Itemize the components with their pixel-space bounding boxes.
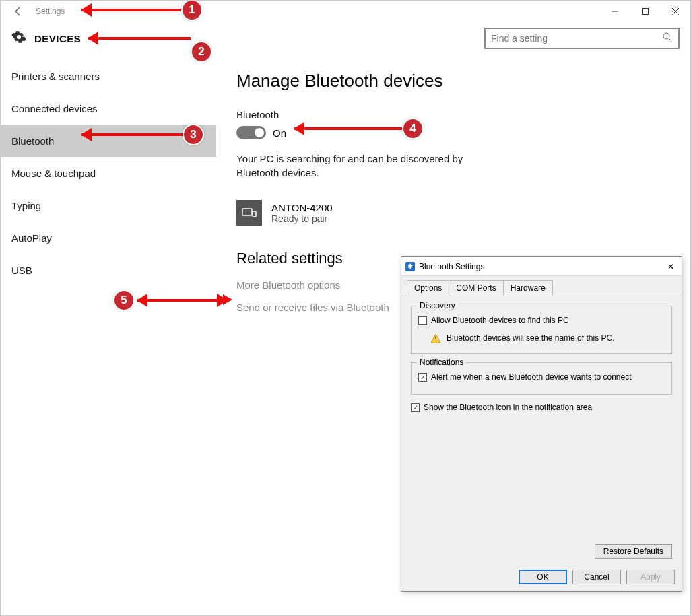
sidebar-item-autoplay[interactable]: AutoPlay (1, 221, 216, 254)
sidebar: Printers & scanners Connected devices Bl… (1, 60, 216, 614)
tab-options[interactable]: Options (407, 280, 449, 296)
sidebar-item-mouse[interactable]: Mouse & touchpad (1, 157, 216, 189)
cancel-button[interactable]: Cancel (572, 570, 621, 584)
status-description: Your PC is searching for and can be disc… (236, 151, 506, 180)
sidebar-item-printers[interactable]: Printers & scanners (1, 60, 216, 92)
checkbox-showicon-label: Show the Bluetooth icon in the notificat… (424, 403, 592, 412)
notifications-group: Notifications ✓ Alert me when a new Blue… (411, 362, 672, 395)
dialog-tabs: Options COM Ports Hardware (401, 276, 682, 296)
callout-4: 4 (402, 118, 424, 139)
checkbox-alert[interactable]: ✓ (418, 373, 427, 382)
checkbox-discovery-label: Allow Bluetooth devices to find this PC (431, 316, 569, 325)
bluetooth-toggle[interactable] (236, 126, 266, 139)
callout-1: 1 (181, 0, 203, 21)
warning-icon: ! (430, 333, 441, 344)
callout-3: 3 (183, 124, 204, 145)
svg-text:!: ! (435, 335, 437, 343)
checkbox-alert-label: Alert me when a new Bluetooth device wan… (431, 372, 632, 382)
dialog-close-button[interactable]: ✕ (664, 262, 678, 271)
annotation-arrow (81, 133, 183, 136)
gear-icon (11, 30, 26, 47)
svg-point-4 (663, 33, 669, 39)
search-box[interactable] (484, 28, 680, 49)
annotation-arrow (294, 127, 402, 130)
header: DEVICES (1, 22, 690, 60)
device-name: ANTON-4200 (271, 202, 333, 213)
section-title: DEVICES (34, 33, 81, 44)
tab-comports[interactable]: COM Ports (449, 280, 503, 296)
callout-5: 5 (113, 289, 135, 311)
annotation-arrow (137, 299, 227, 302)
checkbox-discovery[interactable] (418, 316, 427, 325)
bluetooth-icon: ✱ (405, 262, 415, 271)
discovery-group: Discovery Allow Bluetooth devices to fin… (411, 306, 672, 354)
toggle-label: Bluetooth (236, 109, 670, 121)
annotation-arrow (81, 9, 181, 11)
notifications-label: Notifications (417, 357, 466, 367)
sidebar-item-usb[interactable]: USB (1, 254, 216, 286)
discovery-label: Discovery (417, 301, 458, 310)
restore-defaults-button[interactable]: Restore Defaults (595, 544, 672, 559)
maximize-button[interactable] (630, 1, 660, 22)
titlebar: Settings (1, 1, 690, 22)
annotation-arrow (88, 37, 191, 40)
toggle-state: On (273, 127, 286, 139)
sidebar-item-typing[interactable]: Typing (1, 189, 216, 221)
page-heading: Manage Bluetooth devices (236, 71, 670, 92)
apply-button[interactable]: Apply (626, 570, 675, 584)
dialog-title: Bluetooth Settings (419, 262, 484, 271)
search-icon (662, 32, 673, 45)
back-button[interactable] (7, 1, 29, 22)
svg-rect-1 (642, 9, 648, 15)
sidebar-item-connected[interactable]: Connected devices (1, 92, 216, 125)
search-input[interactable] (491, 33, 662, 44)
svg-rect-6 (242, 209, 252, 215)
ok-button[interactable]: OK (519, 570, 567, 584)
close-button[interactable] (660, 1, 690, 22)
svg-line-5 (669, 38, 671, 41)
checkbox-showicon[interactable]: ✓ (411, 403, 420, 412)
device-row[interactable]: ANTON-4200 Ready to pair (236, 200, 670, 226)
svg-rect-7 (253, 211, 256, 217)
warning-text: Bluetooth devices will see the name of t… (447, 333, 614, 343)
device-status: Ready to pair (271, 213, 333, 224)
dialog-titlebar: ✱ Bluetooth Settings ✕ (401, 257, 682, 276)
tab-hardware[interactable]: Hardware (503, 280, 553, 296)
callout-2: 2 (191, 41, 212, 63)
bluetooth-settings-dialog: ✱ Bluetooth Settings ✕ Options COM Ports… (401, 256, 682, 592)
window-title: Settings (36, 7, 65, 16)
minimize-button[interactable] (599, 1, 630, 22)
device-icon (236, 200, 262, 226)
